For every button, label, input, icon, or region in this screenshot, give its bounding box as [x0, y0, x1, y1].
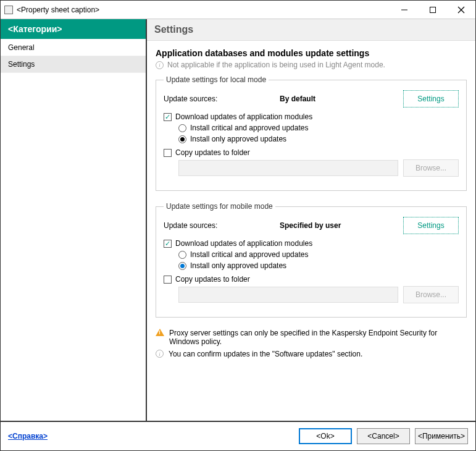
close-button[interactable] [447, 1, 475, 19]
mobile-radio-critical-label: Install critical and approved updates [190, 250, 308, 259]
local-settings-button[interactable]: Settings [403, 90, 459, 107]
mobile-browse-button: Browse... [403, 286, 459, 303]
mobile-radio-approved[interactable] [178, 262, 186, 270]
window-title: <Property sheet caption> [17, 6, 390, 14]
app-icon [4, 6, 13, 14]
local-sources-value: By default [280, 95, 398, 103]
mobile-copy-label: Copy updates to folder [175, 275, 250, 284]
sidebar-header: <Категории> [1, 19, 146, 40]
mobile-sources-value: Specified by user [280, 221, 398, 230]
local-sources-label: Update sources: [164, 95, 275, 103]
info-icon: i [156, 61, 164, 69]
local-copy-checkbox[interactable] [164, 149, 172, 157]
svg-rect-1 [430, 7, 436, 12]
sidebar-item-settings[interactable]: Settings [1, 56, 146, 73]
body-area: <Категории> General Settings Settings Ap… [1, 19, 475, 421]
confirm-info-text: You can confirm updates in the "Software… [169, 350, 467, 358]
mobile-download-checkbox[interactable] [164, 240, 172, 248]
local-radio-approved[interactable] [178, 135, 186, 143]
section-title: Application databases and modules update… [156, 48, 467, 58]
footer: <Справка> <Ok> <Cancel> <Применить> [1, 421, 475, 450]
mobile-copy-checkbox[interactable] [164, 276, 172, 284]
group-local: Update settings for local mode Update so… [156, 75, 467, 191]
ok-button[interactable]: <Ok> [299, 428, 352, 444]
minimize-button[interactable] [390, 1, 419, 19]
window-controls [390, 1, 475, 19]
mobile-download-label: Download updates of application modules [175, 239, 312, 248]
info-icon: i [156, 350, 164, 358]
mobile-settings-button[interactable]: Settings [403, 217, 459, 234]
local-radio-approved-label: Install only approved updates [190, 135, 286, 143]
not-applicable-text: Not applicable if the application is bei… [167, 61, 385, 69]
cancel-button[interactable]: <Cancel> [357, 428, 410, 444]
maximize-button[interactable] [419, 1, 447, 19]
warning-icon [156, 329, 164, 336]
group-mobile: Update settings for mobile mode Update s… [156, 202, 467, 318]
mobile-sources-label: Update sources: [164, 221, 275, 230]
proxy-warning-row: Proxy server settings can only be specif… [156, 329, 467, 346]
main-panel: Settings Application databases and modul… [147, 19, 475, 421]
mobile-folder-input [178, 287, 398, 303]
not-applicable-note: i Not applicable if the application is b… [156, 61, 467, 69]
apply-button[interactable]: <Применить> [415, 428, 468, 444]
sidebar: <Категории> General Settings [1, 19, 147, 421]
mobile-radio-approved-label: Install only approved updates [190, 261, 286, 270]
content-area: Application databases and modules update… [147, 41, 475, 421]
dialog-window: <Property sheet caption> <Категории> Gen… [0, 0, 476, 451]
local-folder-input [178, 160, 398, 176]
local-download-label: Download updates of application modules [175, 112, 312, 121]
sidebar-item-general[interactable]: General [1, 40, 146, 56]
group-mobile-legend: Update settings for mobile mode [164, 202, 275, 211]
local-browse-button: Browse... [403, 159, 459, 177]
proxy-warning-text: Proxy server settings can only be specif… [169, 329, 467, 346]
group-local-legend: Update settings for local mode [164, 75, 269, 84]
confirm-info-row: i You can confirm updates in the "Softwa… [156, 350, 467, 358]
local-radio-critical[interactable] [178, 124, 186, 132]
page-title: Settings [147, 19, 475, 41]
mobile-radio-critical[interactable] [178, 251, 186, 259]
local-copy-label: Copy updates to folder [175, 148, 250, 157]
local-radio-critical-label: Install critical and approved updates [190, 124, 308, 132]
help-link[interactable]: <Справка> [8, 432, 48, 440]
titlebar: <Property sheet caption> [1, 1, 475, 19]
local-download-checkbox[interactable] [164, 113, 172, 121]
